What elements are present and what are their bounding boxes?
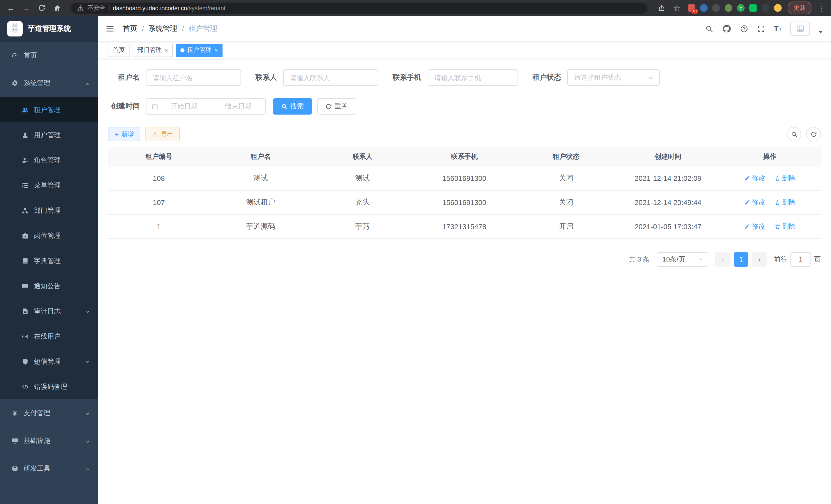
plus-icon: +: [115, 130, 119, 138]
tag-tenant-active[interactable]: 租户管理 ×: [176, 43, 223, 57]
active-dot: [180, 48, 184, 52]
search-button[interactable]: 搜索: [273, 98, 312, 115]
next-page-button[interactable]: ›: [752, 252, 767, 266]
avatar[interactable]: [791, 21, 810, 36]
sidebar-item-system[interactable]: 系统管理: [0, 69, 98, 97]
user-icon: [22, 131, 29, 139]
delete-link[interactable]: 删除: [774, 173, 796, 183]
extension-icon[interactable]: [749, 4, 757, 12]
gear-icon: [11, 80, 19, 87]
not-secure-warning-icon: [77, 5, 84, 11]
extension-icon[interactable]: [725, 4, 732, 12]
browser-update-button[interactable]: 更新: [788, 2, 811, 14]
extension-badge: 10: [691, 8, 698, 14]
close-icon[interactable]: ×: [214, 47, 218, 53]
avatar-caret-icon[interactable]: [819, 31, 823, 33]
sidebar-item-payment[interactable]: ¥ 支付管理: [0, 399, 98, 427]
tag-home[interactable]: 首页: [108, 43, 130, 57]
fullscreen-icon[interactable]: [757, 24, 765, 33]
back-icon[interactable]: ←: [6, 3, 16, 12]
sidebar-item-user[interactable]: 用户管理: [0, 122, 98, 147]
status-text: 关闭: [515, 190, 617, 214]
tenant-icon: [22, 106, 29, 113]
sidebar-item-infra[interactable]: 基础设施: [0, 427, 98, 455]
date-range-picker[interactable]: 开始日期 - 结束日期: [146, 98, 266, 115]
sidebar-item-dict[interactable]: 字典管理: [0, 248, 98, 273]
sidebar-item-error-code[interactable]: 错误码管理: [0, 374, 98, 399]
create-time-group: 创建时间 开始日期 - 结束日期: [108, 98, 266, 115]
browser-menu-icon[interactable]: ⋮: [818, 4, 825, 12]
forward-icon[interactable]: →: [22, 3, 31, 12]
prev-page-button[interactable]: ‹: [715, 252, 730, 266]
reload-icon[interactable]: [37, 3, 46, 12]
sidebar-item-menu[interactable]: 菜单管理: [0, 173, 98, 198]
sidebar-item-online-users[interactable]: 在线用户: [0, 324, 98, 349]
chevron-down-icon: [648, 74, 654, 81]
toggle-search-button[interactable]: [787, 127, 801, 141]
sidebar-item-post[interactable]: 岗位管理: [0, 223, 98, 248]
breadcrumb-home[interactable]: 首页: [123, 24, 137, 33]
address-bar[interactable]: 不安全 dashboard.yudao.iocoder.cn/system/te…: [71, 2, 648, 13]
sidebar-toggle[interactable]: [105, 24, 115, 33]
breadcrumb-separator: /: [182, 24, 184, 33]
sidebar-item-notice[interactable]: 通知公告: [0, 273, 98, 298]
status-select[interactable]: 请选择租户状态: [567, 69, 660, 86]
edit-link[interactable]: 修改: [744, 222, 765, 231]
add-button[interactable]: + 新增: [108, 127, 140, 141]
page-1-button[interactable]: 1: [734, 252, 748, 266]
edit-link[interactable]: 修改: [744, 173, 765, 183]
extension-icon[interactable]: Y: [737, 4, 745, 12]
not-secure-label: 不安全: [87, 4, 105, 12]
edit-link[interactable]: 修改: [744, 198, 765, 207]
sidebar-item-tenant[interactable]: 租户管理: [0, 97, 98, 122]
page-size-select[interactable]: 10条/页: [657, 252, 708, 266]
col-contact: 联系人: [312, 147, 413, 166]
system-submenu: 租户管理 用户管理 角色管理: [0, 97, 98, 399]
extension-icon[interactable]: [712, 4, 720, 12]
dashboard-icon: [11, 52, 19, 59]
share-icon[interactable]: [657, 3, 666, 12]
app-logo[interactable]: 芋道管理系统: [0, 16, 98, 41]
bookmark-star-icon[interactable]: ☆: [672, 3, 682, 12]
sidebar-item-home[interactable]: 首页: [0, 41, 98, 69]
contact-input[interactable]: [283, 69, 378, 86]
breadcrumb-system[interactable]: 系统管理: [148, 24, 177, 33]
tag-dept[interactable]: 部门管理 ×: [133, 43, 173, 57]
home-icon[interactable]: [52, 3, 62, 12]
sidebar-item-dept[interactable]: 部门管理: [0, 198, 98, 223]
edit-pencil-icon: [744, 199, 750, 205]
status-text: 开启: [515, 214, 617, 238]
table-row: 1 芋道源码 芋艿 17321315478 开启 2021-01-05 17:0…: [108, 214, 821, 238]
help-icon[interactable]: [740, 24, 748, 33]
font-size-icon[interactable]: TT: [774, 25, 782, 32]
extension-icon[interactable]: 10: [688, 4, 695, 12]
goto-page-input[interactable]: [791, 252, 811, 266]
header-search-icon[interactable]: [705, 24, 713, 33]
phone-input[interactable]: [428, 69, 518, 86]
delete-link[interactable]: 删除: [774, 198, 796, 207]
tags-view: 首页 部门管理 × 租户管理 ×: [98, 41, 831, 59]
status-group: 租户状态 请选择租户状态: [533, 69, 660, 86]
pagination-total: 共 3 条: [629, 255, 650, 264]
extension-icon[interactable]: [762, 4, 769, 12]
github-icon[interactable]: [722, 24, 731, 33]
close-icon[interactable]: ×: [165, 47, 168, 53]
sidebar-item-sms[interactable]: 短信管理: [0, 349, 98, 374]
role-icon: [22, 156, 29, 164]
reset-button[interactable]: 重置: [317, 98, 356, 115]
extension-icon[interactable]: [774, 4, 782, 12]
tenant-name-input[interactable]: [146, 69, 241, 86]
calendar-icon: [152, 103, 158, 110]
page-content: 租户名 联系人 联系手机 租户状态 请选择租户状态: [98, 59, 831, 504]
screen: ← → 不安全 dashboard.yudao.iocoder.cn/syste…: [0, 0, 831, 504]
export-button[interactable]: 导出: [145, 127, 180, 141]
create-time-label: 创建时间: [108, 102, 140, 111]
sidebar-item-audit-log[interactable]: 审计日志: [0, 298, 98, 324]
url-domain: dashboard.yudao.iocoder.cn: [113, 5, 187, 11]
sidebar-item-role[interactable]: 角色管理: [0, 147, 98, 173]
refresh-table-button[interactable]: [806, 127, 821, 141]
delete-link[interactable]: 删除: [774, 222, 796, 231]
trash-icon: [774, 223, 781, 229]
extension-icon[interactable]: [700, 4, 708, 12]
sidebar-item-dev-tools[interactable]: 研发工具: [0, 455, 98, 482]
